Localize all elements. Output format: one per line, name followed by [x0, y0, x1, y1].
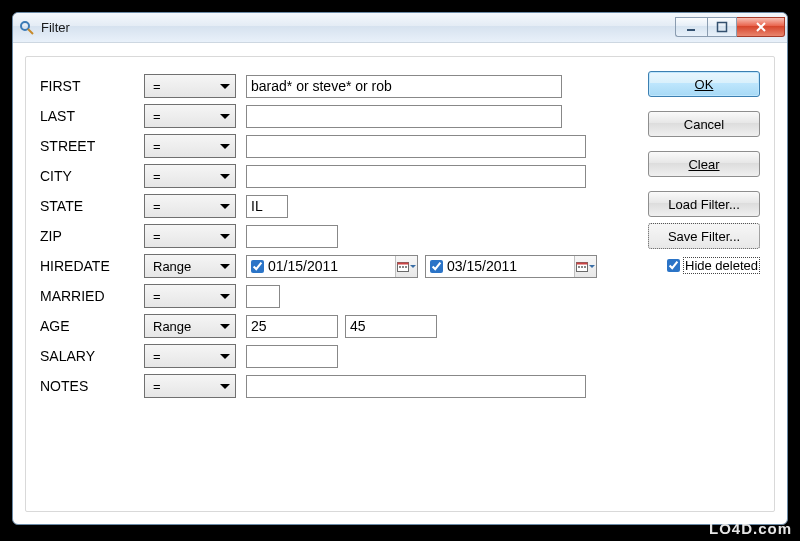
- label-hiredate: HIREDATE: [40, 258, 144, 274]
- op-city[interactable]: =: [144, 164, 236, 188]
- op-zip[interactable]: =: [144, 224, 236, 248]
- svg-rect-12: [581, 266, 583, 268]
- app-icon: [19, 20, 35, 36]
- calendar-icon: [397, 261, 409, 272]
- label-married: MARRIED: [40, 288, 144, 304]
- label-street: STREET: [40, 138, 144, 154]
- row-notes: NOTES =: [40, 371, 597, 401]
- label-first: FIRST: [40, 78, 144, 94]
- date-to-hiredate[interactable]: 03/15/2011: [425, 255, 597, 278]
- window-controls: [675, 18, 785, 37]
- op-married[interactable]: =: [144, 284, 236, 308]
- chevron-down-icon: [220, 354, 230, 359]
- chevron-down-icon: [220, 234, 230, 239]
- svg-rect-10: [577, 262, 588, 264]
- calendar-icon: [576, 261, 588, 272]
- client-area: FIRST = LAST = STREET = CITY =: [13, 43, 787, 524]
- row-hiredate: HIREDATE Range 01/15/2011 03/15/2011: [40, 251, 597, 281]
- ok-button[interactable]: OK: [648, 71, 760, 97]
- cancel-button[interactable]: Cancel: [648, 111, 760, 137]
- svg-rect-8: [405, 266, 407, 268]
- hide-deleted-option[interactable]: Hide deleted: [648, 257, 760, 274]
- hide-deleted-label: Hide deleted: [683, 257, 760, 274]
- input-married[interactable]: [246, 285, 280, 308]
- label-city: CITY: [40, 168, 144, 184]
- chevron-down-icon: [220, 204, 230, 209]
- label-last: LAST: [40, 108, 144, 124]
- svg-line-1: [28, 29, 33, 34]
- date-picker-button[interactable]: [574, 256, 596, 277]
- date-from-hiredate[interactable]: 01/15/2011: [246, 255, 418, 278]
- row-last: LAST =: [40, 101, 597, 131]
- input-first[interactable]: [246, 75, 562, 98]
- row-first: FIRST =: [40, 71, 597, 101]
- close-button[interactable]: [737, 17, 785, 37]
- row-zip: ZIP =: [40, 221, 597, 251]
- label-salary: SALARY: [40, 348, 144, 364]
- save-filter-button[interactable]: Save Filter...: [648, 223, 760, 249]
- date-to-value: 03/15/2011: [447, 258, 570, 274]
- op-state[interactable]: =: [144, 194, 236, 218]
- form-panel: FIRST = LAST = STREET = CITY =: [25, 56, 775, 512]
- svg-point-0: [21, 22, 29, 30]
- input-notes[interactable]: [246, 375, 586, 398]
- load-filter-button[interactable]: Load Filter...: [648, 191, 760, 217]
- row-married: MARRIED =: [40, 281, 597, 311]
- date-picker-button[interactable]: [395, 256, 417, 277]
- input-state[interactable]: [246, 195, 288, 218]
- clear-button[interactable]: Clear: [648, 151, 760, 177]
- input-last[interactable]: [246, 105, 562, 128]
- svg-rect-5: [398, 262, 409, 264]
- svg-rect-11: [578, 266, 580, 268]
- minimize-button[interactable]: [675, 17, 707, 37]
- label-state: STATE: [40, 198, 144, 214]
- chevron-down-icon: [220, 174, 230, 179]
- row-state: STATE =: [40, 191, 597, 221]
- row-street: STREET =: [40, 131, 597, 161]
- date-from-enabled[interactable]: [251, 260, 264, 273]
- chevron-down-icon: [220, 384, 230, 389]
- filter-dialog: Filter FIRST = LAST = STREET: [12, 12, 788, 525]
- svg-rect-13: [584, 266, 586, 268]
- window-title: Filter: [41, 20, 669, 35]
- label-notes: NOTES: [40, 378, 144, 394]
- chevron-down-icon: [220, 264, 230, 269]
- input-age-from[interactable]: [246, 315, 338, 338]
- op-street[interactable]: =: [144, 134, 236, 158]
- op-last[interactable]: =: [144, 104, 236, 128]
- op-first[interactable]: =: [144, 74, 236, 98]
- chevron-down-icon: [589, 265, 595, 268]
- svg-rect-7: [402, 266, 404, 268]
- label-age: AGE: [40, 318, 144, 334]
- label-zip: ZIP: [40, 228, 144, 244]
- op-salary[interactable]: =: [144, 344, 236, 368]
- input-city[interactable]: [246, 165, 586, 188]
- input-zip[interactable]: [246, 225, 338, 248]
- op-age[interactable]: Range: [144, 314, 236, 338]
- row-city: CITY =: [40, 161, 597, 191]
- hide-deleted-checkbox[interactable]: [667, 259, 680, 272]
- input-street[interactable]: [246, 135, 586, 158]
- button-sidebar: OK Cancel Clear Load Filter... Save Filt…: [648, 71, 760, 274]
- chevron-down-icon: [220, 84, 230, 89]
- svg-rect-2: [687, 29, 695, 31]
- watermark: LO4D.com: [709, 520, 792, 537]
- maximize-button[interactable]: [707, 17, 737, 37]
- row-age: AGE Range: [40, 311, 597, 341]
- svg-rect-3: [718, 23, 727, 32]
- svg-rect-6: [399, 266, 401, 268]
- row-salary: SALARY =: [40, 341, 597, 371]
- op-hiredate[interactable]: Range: [144, 254, 236, 278]
- chevron-down-icon: [220, 294, 230, 299]
- input-age-to[interactable]: [345, 315, 437, 338]
- input-salary[interactable]: [246, 345, 338, 368]
- chevron-down-icon: [220, 324, 230, 329]
- date-from-value: 01/15/2011: [268, 258, 391, 274]
- date-to-enabled[interactable]: [430, 260, 443, 273]
- op-notes[interactable]: =: [144, 374, 236, 398]
- filter-form: FIRST = LAST = STREET = CITY =: [40, 71, 597, 401]
- chevron-down-icon: [410, 265, 416, 268]
- titlebar[interactable]: Filter: [13, 13, 787, 43]
- chevron-down-icon: [220, 144, 230, 149]
- chevron-down-icon: [220, 114, 230, 119]
